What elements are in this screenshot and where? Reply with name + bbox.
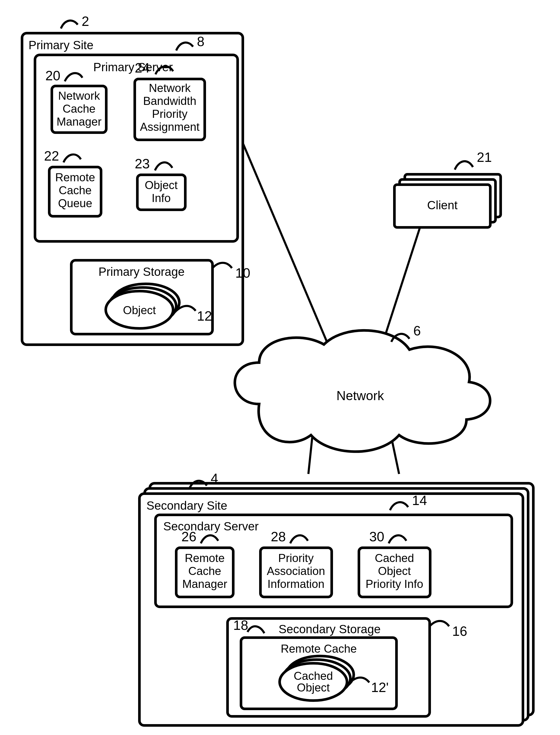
svg-text:Priority: Priority	[152, 108, 188, 120]
primary-storage-label: Primary Storage	[98, 265, 185, 279]
svg-text:Network: Network	[149, 82, 191, 94]
primary-site: Primary Site 2 Primary Server 8 Network …	[22, 14, 250, 345]
svg-text:Object: Object	[378, 565, 411, 577]
ref-16: 16	[452, 624, 467, 639]
remote-cache-label: Remote Cache	[281, 642, 357, 655]
ref-12: 12	[197, 309, 212, 324]
ref-8: 8	[197, 34, 204, 49]
ref-4: 4	[211, 471, 218, 486]
ref-6: 6	[413, 323, 421, 338]
ref-10: 10	[235, 266, 250, 281]
ref-24: 24	[135, 60, 150, 75]
client-label: Client	[427, 198, 458, 212]
network-cloud: Network 6	[235, 323, 490, 452]
svg-text:Cached: Cached	[375, 552, 414, 564]
ref-20: 20	[45, 68, 60, 83]
svg-text:Object: Object	[123, 304, 156, 317]
ref-21: 21	[477, 150, 492, 165]
svg-text:Manager: Manager	[56, 115, 102, 128]
svg-text:Priority Info: Priority Info	[366, 577, 423, 590]
svg-text:Object: Object	[297, 681, 330, 694]
svg-text:Object: Object	[145, 179, 178, 191]
svg-text:Manager: Manager	[182, 577, 227, 590]
client-stack: Client 21	[394, 150, 501, 227]
svg-text:Queue: Queue	[58, 197, 92, 210]
ref-30: 30	[369, 529, 384, 544]
ref-22: 22	[44, 148, 59, 163]
svg-text:Remote: Remote	[185, 552, 225, 564]
svg-text:Info: Info	[152, 192, 171, 204]
secondary-storage-label: Secondary Storage	[279, 622, 381, 636]
svg-text:Assignment: Assignment	[140, 120, 200, 133]
secondary-site-stack: Secondary Site 4 Secondary Server 14 Rem…	[139, 471, 533, 725]
svg-text:Cache: Cache	[188, 565, 221, 577]
svg-text:Information: Information	[267, 577, 324, 590]
svg-text:Priority: Priority	[278, 552, 314, 564]
svg-text:Association: Association	[267, 565, 325, 577]
svg-text:Cache: Cache	[59, 184, 91, 197]
ref-23: 23	[135, 156, 150, 171]
ref-12p: 12'	[371, 680, 389, 695]
primary-server: Primary Server 8 Network Cache Manager 2…	[35, 34, 238, 241]
svg-text:Remote: Remote	[55, 171, 95, 184]
svg-text:Network: Network	[58, 89, 100, 102]
secondary-server-label: Secondary Server	[163, 519, 259, 533]
ref-26: 26	[181, 529, 196, 544]
secondary-site-label: Secondary Site	[146, 499, 227, 512]
ref-14: 14	[412, 493, 427, 508]
ref-2: 2	[82, 14, 89, 29]
svg-text:Cache: Cache	[62, 102, 95, 115]
primary-site-label: Primary Site	[29, 38, 93, 52]
network-label: Network	[336, 388, 384, 403]
svg-text:Cached: Cached	[294, 669, 333, 682]
ref-28: 28	[271, 529, 286, 544]
ref-18: 18	[233, 618, 248, 633]
svg-text:Bandwidth: Bandwidth	[143, 95, 196, 107]
